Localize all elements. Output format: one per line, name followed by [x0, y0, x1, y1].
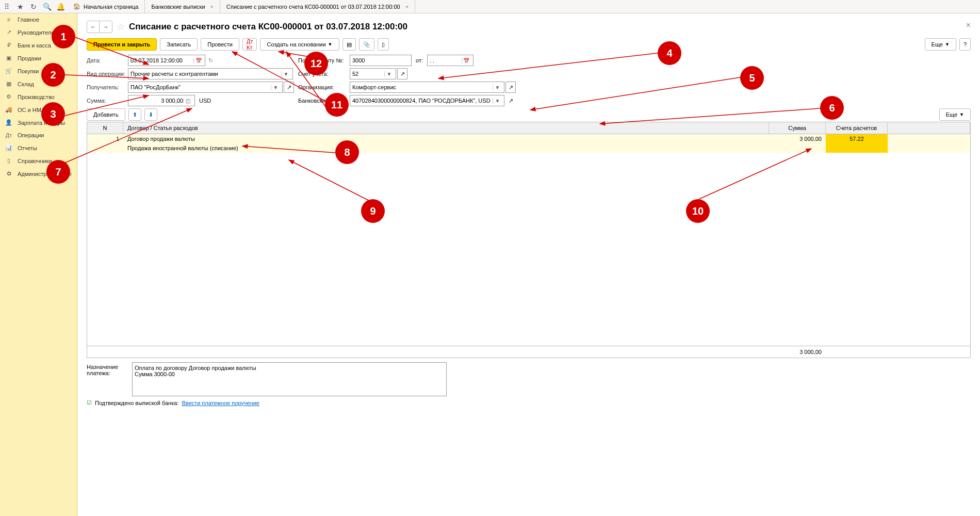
move-down-button[interactable]: ⬇ — [144, 108, 157, 121]
page-title: Списание с расчетного счета КС00-000001 … — [129, 22, 407, 32]
search-icon[interactable]: 🔍 — [42, 2, 52, 11]
col-acc[interactable]: Счета расчетов — [826, 122, 888, 134]
confirmed-label: Подтверждено выпиской банка: — [95, 400, 178, 406]
annotation-9: 9 — [361, 199, 385, 223]
org-label: Организация: — [298, 84, 350, 90]
more-button[interactable]: Еще▼ — [925, 38, 956, 51]
purpose-field[interactable]: Оплата по договору Договор продажи валют… — [132, 362, 447, 396]
date-label: Дата: — [87, 57, 128, 63]
acc-field[interactable]: 52▼ — [350, 68, 396, 79]
bank-field[interactable]: 40702840300000000824, ПАО "РОСДОРБАНК", … — [350, 95, 504, 106]
sidebar-item[interactable]: ДтОперации — [0, 129, 77, 141]
sidebar-item[interactable]: 📊Отчеты — [0, 141, 77, 154]
post-button[interactable]: Провести — [201, 38, 239, 51]
tab-bank-statements[interactable]: Банковские выписки× — [145, 0, 220, 13]
sidebar-item[interactable]: 👤Зарплата и кадры — [0, 116, 77, 129]
back-button[interactable]: ← — [87, 21, 100, 33]
close-icon[interactable]: × — [210, 4, 214, 10]
annotation-8: 8 — [335, 140, 359, 164]
move-up-button[interactable]: ⬆ — [128, 108, 141, 121]
grid: N Договор / Статья расходов Сумма Счета … — [87, 122, 971, 358]
sidebar-item[interactable]: ≡Главное — [0, 13, 77, 26]
annotation-5: 5 — [740, 66, 764, 90]
annotation-6: 6 — [820, 96, 844, 120]
attach-icon[interactable]: 📎 — [359, 38, 374, 51]
col-main[interactable]: Договор / Статья расходов — [123, 122, 769, 134]
sum-field[interactable]: 3 000,00◫ — [128, 95, 195, 106]
annotation-12: 12 — [304, 52, 328, 75]
table-row[interactable]: 1 Договор продажи валюты 3 000,00 57.22 — [87, 134, 970, 143]
checkbox-icon[interactable]: ☑ — [87, 399, 92, 406]
annotation-7: 7 — [46, 160, 70, 184]
sidebar-item[interactable]: 🛒Покупки — [0, 64, 77, 77]
sidebar-item[interactable]: ⚙Производство — [0, 90, 77, 103]
tab-home[interactable]: 🏠Начальная страница — [67, 0, 145, 13]
sidebar-item[interactable]: ▦Склад — [0, 77, 77, 90]
annotation-11: 11 — [325, 93, 349, 117]
open-icon[interactable]: ↗ — [505, 82, 516, 93]
annotation-10: 10 — [686, 199, 710, 223]
col-empty — [888, 122, 970, 134]
add-button[interactable]: Добавить — [87, 108, 125, 121]
from-label: от: — [416, 57, 423, 63]
forward-button[interactable]: → — [100, 21, 112, 33]
history-icon[interactable]: ↻ — [29, 2, 38, 11]
dtkt-button[interactable]: ДтКт — [242, 38, 257, 51]
bell-icon[interactable]: 🔔 — [56, 2, 65, 11]
help-button[interactable]: ? — [959, 38, 971, 51]
purpose-label: Назначение платежа: — [87, 362, 128, 396]
open-icon[interactable]: ↗ — [505, 95, 516, 106]
apps-icon[interactable]: ⠿ — [2, 2, 11, 11]
op-label: Вид операции: — [87, 71, 128, 77]
col-n[interactable]: N — [87, 122, 123, 134]
annotation-1: 1 — [52, 25, 75, 49]
annotation-4: 4 — [658, 41, 681, 65]
grid-total: 3 000,00 — [769, 346, 826, 358]
from-date-field[interactable]: . .📅 — [427, 55, 473, 66]
currency-label: USD — [199, 98, 211, 104]
open-icon[interactable]: ↗ — [284, 82, 294, 93]
star-icon[interactable]: ★ — [15, 2, 25, 11]
annotation-2: 2 — [41, 63, 65, 87]
structure-icon[interactable]: ▤ — [342, 38, 356, 51]
post-close-button[interactable]: Провести и закрыть — [87, 38, 157, 51]
sidebar-item[interactable]: 🚚ОС и НМА — [0, 103, 77, 116]
sum-label: Сумма: — [87, 98, 128, 104]
col-sum[interactable]: Сумма — [769, 122, 826, 134]
date-field[interactable]: 03.07.2018 12:00:00📅 — [128, 55, 205, 66]
report-icon[interactable]: ▯ — [378, 38, 389, 51]
close-button[interactable]: × — [966, 21, 971, 30]
create-based-button[interactable]: Создать на основании▼ — [260, 38, 339, 51]
sidebar-item[interactable]: ▣Продажи — [0, 52, 77, 64]
open-icon[interactable]: ↗ — [397, 68, 407, 79]
save-button[interactable]: Записать — [160, 38, 198, 51]
op-field[interactable]: Прочие расчеты с контрагентами▼ — [128, 68, 293, 79]
annotation-3: 3 — [41, 102, 65, 126]
org-field[interactable]: Комфорт-сервис▼ — [350, 82, 504, 93]
recip-field[interactable]: ПАО "РосДорБанк"▼ — [128, 82, 283, 93]
close-icon[interactable]: × — [405, 4, 409, 10]
tab-document[interactable]: Списание с расчетного счета КС00-000001 … — [220, 0, 415, 13]
favorite-icon[interactable]: ☆ — [117, 21, 125, 33]
recip-label: Получатель: — [87, 84, 128, 90]
refresh-icon[interactable]: ↻ — [208, 57, 213, 64]
docno-field[interactable]: 3000 — [350, 55, 412, 66]
payment-order-link[interactable]: Ввести платежное поручение — [182, 400, 259, 406]
sidebar: ≡Главное ↗Руководителю ₽Банк и касса ▣Пр… — [0, 13, 77, 516]
grid-more-button[interactable]: Еще▼ — [939, 108, 971, 121]
table-row[interactable]: Продажа иностранной валюты (списание) — [87, 143, 970, 153]
